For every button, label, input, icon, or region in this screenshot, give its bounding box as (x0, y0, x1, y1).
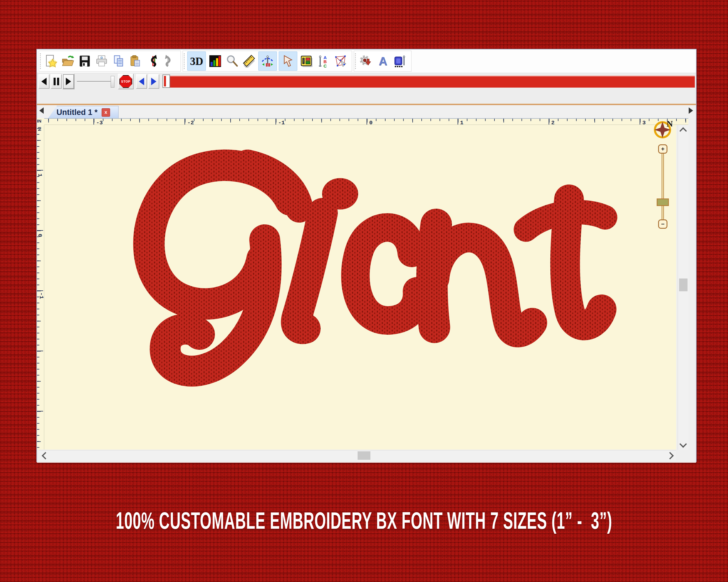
v-ruler-label: 1 (37, 173, 43, 177)
jump-end-button[interactable] (148, 74, 159, 89)
tab-scroll-left-icon[interactable] (39, 107, 44, 114)
v-ruler-label: 0 (37, 234, 43, 237)
vertical-scroll-thumb[interactable] (679, 278, 687, 291)
density-settings-icon[interactable] (359, 53, 373, 69)
stop-button[interactable]: STOP (118, 74, 134, 89)
scroll-down-icon (679, 440, 687, 448)
jump-end-icon (151, 78, 156, 85)
open-file-icon[interactable] (60, 53, 75, 69)
toolbar-group-design: A (354, 51, 412, 72)
design-canvas[interactable]: Gient (44, 125, 676, 450)
toolbar-group-file (39, 51, 181, 72)
paste-icon[interactable] (128, 53, 143, 69)
design-properties-icon[interactable] (299, 53, 314, 69)
toolbar-group-view: 3D ABC (183, 51, 352, 72)
select-cursor-icon[interactable] (279, 52, 297, 71)
tab-scroll-right-icon[interactable] (689, 107, 693, 114)
speed-slider-handle[interactable] (111, 76, 114, 88)
step-back-button[interactable] (38, 74, 50, 89)
letter-i-stem (296, 213, 323, 329)
lettering-abc-icon[interactable]: ABC (316, 53, 331, 69)
stitch-progress-bar[interactable] (170, 76, 695, 88)
letter-a-label: A (379, 55, 387, 68)
ruler-unit-label: IN (37, 118, 41, 123)
app-window: 3D ABC (36, 49, 697, 462)
design-workspace: IN -3 -2 -1 0 1 2 3 IN 1 0 -1 Gient (37, 118, 696, 463)
zoom-slider-handle[interactable] (657, 198, 669, 206)
letter-a-button[interactable]: A (375, 53, 390, 69)
play-button[interactable] (63, 74, 74, 89)
abc-letter-c: C (323, 63, 327, 68)
scroll-right-icon (666, 452, 674, 459)
scroll-left-button[interactable] (39, 450, 49, 461)
3d-view-label: 3D (190, 55, 203, 67)
v-ruler-unit-label: IN (37, 127, 42, 131)
toolbar-spacer (37, 90, 696, 104)
pause-icon (54, 78, 59, 85)
zoom-in-button[interactable]: + (658, 144, 668, 154)
scroll-left-icon (42, 452, 49, 459)
new-document-icon[interactable] (43, 53, 58, 69)
embroidery-design-gient[interactable] (44, 125, 676, 450)
stop-label: STOP (121, 80, 130, 83)
scroll-up-icon (679, 127, 687, 134)
vertical-scrollbar[interactable] (678, 125, 689, 450)
stitch-progress-start-marker (162, 75, 170, 88)
tab-close-button[interactable]: x (102, 108, 110, 117)
stitch-mesh-icon[interactable] (333, 53, 348, 69)
scroll-down-button[interactable] (678, 440, 689, 450)
save-icon[interactable] (77, 53, 92, 69)
zoom-out-button[interactable]: − (658, 219, 668, 229)
horizontal-scrollbar[interactable] (39, 450, 676, 461)
marketing-caption: 100% CUSTOMABLE EMBROIDERY BX FONT WITH … (66, 507, 662, 534)
undo-icon[interactable] (145, 53, 160, 69)
step-back-icon (41, 78, 47, 85)
pause-button[interactable] (51, 74, 62, 89)
stitch-box-icon[interactable] (392, 53, 407, 69)
horizontal-ruler: -3 -2 -1 0 1 2 3 (44, 118, 688, 125)
horizontal-scroll-thumb[interactable] (358, 451, 370, 460)
stop-sign-icon: STOP (120, 75, 132, 88)
letter-e (355, 227, 417, 321)
compass-north-label: N (667, 119, 673, 129)
stitch-simulator-icon[interactable] (258, 52, 277, 71)
play-icon (66, 78, 71, 85)
v-ruler-label: -1 (38, 293, 45, 299)
tab-untitled-1[interactable]: Untitled 1 * x (48, 106, 119, 118)
ruler-unit-corner: IN (37, 118, 45, 125)
zoom-slider: + − (657, 144, 668, 229)
3d-view-button[interactable]: 3D (187, 52, 206, 71)
stitch-playback-bar: STOP (37, 73, 696, 90)
measure-ruler-icon[interactable] (241, 53, 257, 69)
zoom-slider-track[interactable] (661, 150, 664, 223)
zoom-magnifier-icon[interactable] (225, 53, 240, 69)
scroll-up-button[interactable] (678, 125, 689, 135)
tab-label: Untitled 1 * (56, 108, 98, 117)
main-toolbar: 3D ABC (37, 50, 696, 73)
jump-start-icon (139, 78, 144, 85)
speed-slider-track[interactable] (77, 81, 112, 83)
scroll-right-button[interactable] (666, 450, 676, 461)
redo-icon[interactable] (162, 53, 177, 69)
vertical-ruler: IN 1 0 -1 (37, 125, 44, 450)
copy-icon[interactable] (111, 53, 126, 69)
letter-i-dot (322, 178, 358, 210)
jump-start-button[interactable] (136, 74, 147, 89)
print-icon[interactable] (94, 53, 109, 69)
thread-chart-icon[interactable] (208, 53, 223, 69)
document-tab-bar: Untitled 1 * x (37, 105, 696, 119)
